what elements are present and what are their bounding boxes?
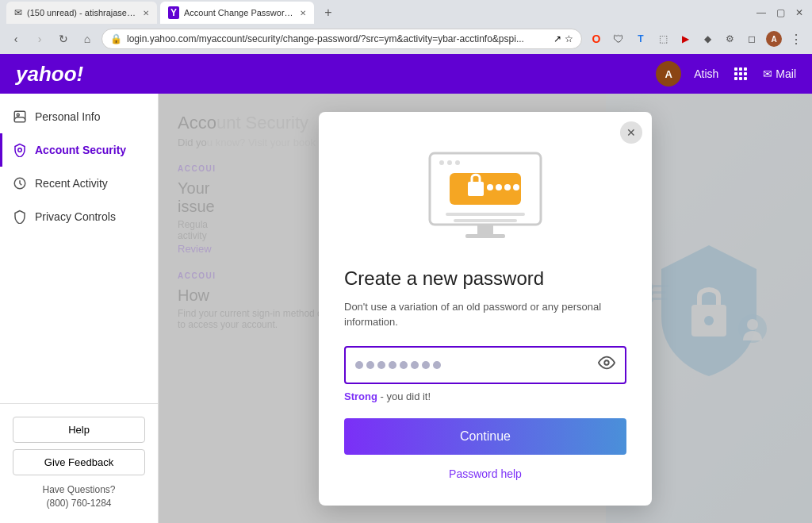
feedback-button[interactable]: Give Feedback [13,449,145,475]
header-right: A Atish ✉ Mail [656,61,796,87]
avatar: A [656,61,681,87]
modal-illustration [344,137,626,248]
apps-grid-icon[interactable] [731,64,750,83]
change-password-modal: ✕ [319,112,652,506]
person-icon [13,110,27,124]
close-button[interactable]: ✕ [793,6,806,19]
svg-point-2 [18,148,22,152]
svg-rect-25 [454,219,517,222]
tab-1[interactable]: ✉ (150 unread) - atishrajasekharani... ✕ [6,2,157,24]
back-button[interactable]: ‹ [6,29,25,48]
show-password-toggle[interactable] [598,354,615,375]
help-button[interactable]: Help [13,417,145,443]
svg-point-16 [447,160,452,165]
sidebar-label-personal-info: Personal Info [35,110,101,123]
sidebar-label-account-security: Account Security [35,144,126,156]
tab2-close[interactable]: ✕ [300,9,306,17]
svg-rect-18 [450,173,521,205]
menu-icon[interactable]: ⋮ [787,29,806,48]
tab-2[interactable]: Y Account Change Password - Secu... ✕ [160,2,314,24]
svg-point-28 [604,360,609,365]
sidebar-item-recent-activity[interactable]: Recent Activity [0,167,158,200]
fullscreen-icon[interactable]: ◻ [742,29,761,48]
svg-rect-24 [446,213,525,216]
yahoo-logo-text: yahoo! [16,62,83,86]
url-bar[interactable]: 🔒 login.yahoo.com/myaccount/security/cha… [102,29,582,49]
extensions-icon[interactable]: ⚙ [720,29,739,48]
modal-overlay: ✕ [159,94,812,523]
tab-bar: ✉ (150 unread) - atishrajasekharani... ✕… [6,2,339,24]
tab2-favicon: Y [168,6,179,19]
sidebar-item-privacy-controls[interactable]: Privacy Controls [0,200,158,233]
sidebar-item-account-security[interactable]: Account Security [0,133,158,167]
main-area: Account Security Did you know? Visit you… [159,94,812,523]
continue-button[interactable]: Continue [344,418,626,455]
new-tab-button[interactable]: + [317,2,339,24]
tab1-favicon: ✉ [14,7,22,18]
extension-icon1[interactable]: ◆ [698,29,717,48]
tab2-label: Account Change Password - Secu... [184,8,295,17]
minimize-button[interactable]: — [755,6,768,19]
header-username: Atish [694,67,718,80]
shield-icon [13,143,27,157]
user-avatar-icon[interactable]: A [764,29,783,48]
tab1-close[interactable]: ✕ [143,9,149,17]
clock-icon [13,176,27,190]
dot-7 [422,361,430,369]
vpn-icon[interactable]: 🛡 [609,29,628,48]
lock-icon: 🔒 [110,33,122,44]
address-bar: ‹ › ↻ ⌂ 🔒 login.yahoo.com/myaccount/secu… [0,25,812,54]
password-input-wrapper[interactable] [344,346,626,384]
camera-icon[interactable]: ▶ [676,29,695,48]
sidebar-item-personal-info[interactable]: Personal Info [0,100,158,133]
modal-title: Create a new password [344,267,626,290]
url-text: login.yahoo.com/myaccount/security/chang… [127,33,549,44]
mail-link[interactable]: ✉ Mail [763,67,796,80]
dot-1 [355,361,363,369]
translate-icon[interactable]: T [631,29,650,48]
strength-label: Strong [344,390,377,402]
browser-chrome: ✉ (150 unread) - atishrajasekharani... ✕… [0,0,812,54]
browser-toolbar: O 🛡 T ⬚ ▶ ◆ ⚙ ◻ A ⋮ [587,29,806,48]
svg-rect-27 [465,234,505,238]
maximize-button[interactable]: ▢ [774,6,787,19]
yahoo-logo: yahoo! [16,62,83,87]
dot-5 [400,361,408,369]
modal-description: Don't use a variation of an old password… [344,299,626,330]
share-icon[interactable]: ↗ [553,33,561,44]
svg-rect-26 [477,225,493,234]
opera-icon[interactable]: O [587,29,606,48]
bookmark-icon[interactable]: ☆ [565,33,573,44]
svg-point-22 [504,184,511,190]
svg-point-21 [496,184,502,190]
refresh-button[interactable]: ↻ [54,29,73,48]
svg-point-15 [439,160,444,165]
home-button[interactable]: ⌂ [78,29,97,48]
contact-info: Have Questions? (800) 760-1284 [13,483,145,510]
svg-point-17 [455,160,460,165]
dot-2 [366,361,374,369]
strength-rest: - you did it! [377,390,431,402]
sidebar: Personal Info Account Security [0,94,159,523]
mail-label: Mail [776,67,796,80]
sidebar-nav: Personal Info Account Security [0,94,158,403]
title-bar: ✉ (150 unread) - atishrajasekharani... ✕… [0,0,812,25]
screenshot-icon[interactable]: ⬚ [653,29,672,48]
svg-point-20 [487,184,493,190]
close-icon: ✕ [626,126,636,139]
questions-line1: Have Questions? [13,483,145,497]
password-dots [355,361,598,369]
yahoo-header: yahoo! A Atish ✉ Mail [0,54,812,94]
questions-line2: (800) 760-1284 [13,497,145,510]
password-help-link[interactable]: Password help [344,467,626,480]
dot-6 [411,361,419,369]
tab1-label: (150 unread) - atishrajasekharani... [27,8,138,17]
svg-rect-19 [468,182,484,196]
forward-button[interactable]: › [30,29,49,48]
sidebar-label-recent-activity: Recent Activity [35,177,108,190]
sidebar-label-privacy-controls: Privacy Controls [35,210,116,223]
dot-3 [377,361,385,369]
page-layout: yahoo! A Atish ✉ Mail [0,54,812,523]
svg-point-23 [513,184,519,190]
modal-close-button[interactable]: ✕ [620,121,642,144]
